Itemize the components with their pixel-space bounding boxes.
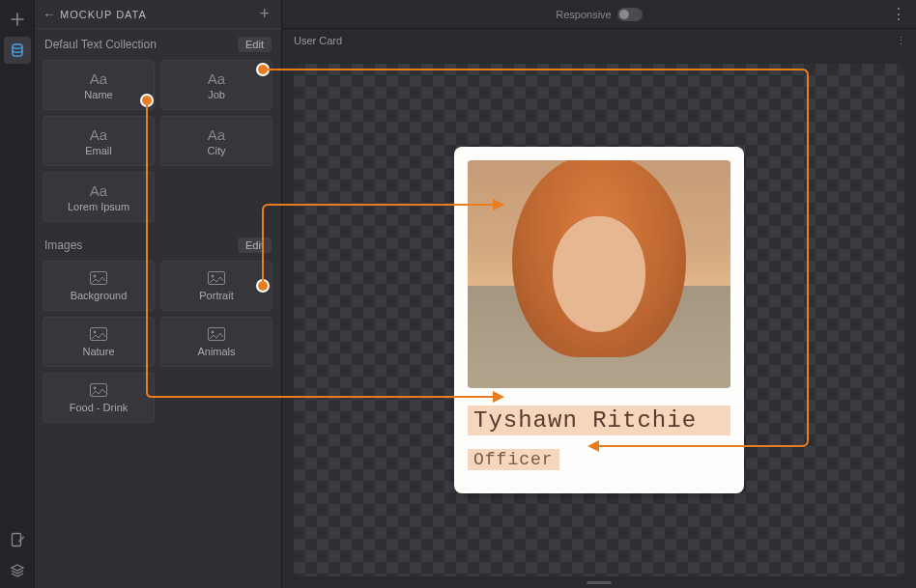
topbar-kebab-icon[interactable]: ⋮	[891, 5, 906, 23]
svg-point-0	[13, 44, 22, 48]
section-label-text: Defaul Text Collection	[44, 38, 157, 51]
edit-button[interactable]: Edit	[238, 37, 272, 52]
responsive-label: Responsive	[556, 9, 611, 20]
user-card-role[interactable]: Officer	[468, 449, 559, 470]
artboard-kebab-icon[interactable]: ⋮	[896, 35, 906, 47]
canvas-bottom-handle[interactable]	[587, 581, 612, 584]
text-icon: Aa	[208, 70, 225, 87]
svg-point-5	[212, 274, 215, 277]
back-arrow-icon[interactable]: ←	[43, 7, 56, 22]
tile-name[interactable]: Aa Name	[43, 60, 155, 110]
tile-email[interactable]: Aa Email	[43, 116, 155, 166]
svg-point-11	[94, 386, 97, 389]
rail-layers-icon[interactable]	[4, 557, 31, 584]
rail-data-icon[interactable]	[4, 37, 31, 64]
user-card-name[interactable]: Tyshawn Ritchie	[468, 406, 730, 435]
tile-city[interactable]: Aa City	[160, 116, 272, 166]
text-icon: Aa	[90, 70, 107, 87]
text-icon: Aa	[90, 182, 107, 199]
svg-point-7	[94, 330, 97, 333]
text-icon: Aa	[90, 126, 107, 143]
image-icon	[90, 271, 107, 288]
responsive-toggle[interactable]	[617, 8, 643, 21]
artboard-title: User Card	[294, 35, 342, 46]
rail-add-icon[interactable]	[4, 6, 31, 33]
image-icon	[90, 383, 107, 400]
tile-job[interactable]: Aa Job	[160, 60, 272, 110]
svg-point-3	[94, 274, 97, 277]
rail-page-edit-icon[interactable]	[4, 526, 31, 553]
image-icon	[90, 327, 107, 344]
svg-point-9	[212, 330, 215, 333]
panel-add-icon[interactable]: +	[255, 4, 273, 24]
user-card[interactable]: Tyshawn Ritchie Officer	[454, 147, 744, 493]
user-card-photo[interactable]	[468, 160, 730, 388]
tile-food-drink[interactable]: Food - Drink	[43, 373, 155, 423]
edit-button[interactable]: Edit	[238, 238, 272, 253]
tile-portrait[interactable]: Portrait	[160, 261, 272, 311]
tile-background[interactable]: Background	[43, 261, 155, 311]
tile-lorem[interactable]: Aa Lorem Ipsum	[43, 172, 155, 222]
image-icon	[208, 271, 225, 288]
mockup-data-panel: ← MOCKUP DATA + Defaul Text Collection E…	[35, 0, 282, 588]
image-icon	[208, 327, 225, 344]
section-label-images: Images	[44, 238, 82, 252]
tile-nature[interactable]: Nature	[43, 317, 155, 367]
panel-title: MOCKUP DATA	[60, 9, 255, 20]
tile-animals[interactable]: Animals	[160, 317, 272, 367]
canvas-area: Responsive ⋮ User Card ⋮ Tyshawn Ritchie…	[282, 0, 916, 588]
text-icon: Aa	[208, 126, 225, 143]
tool-rail	[0, 0, 35, 588]
